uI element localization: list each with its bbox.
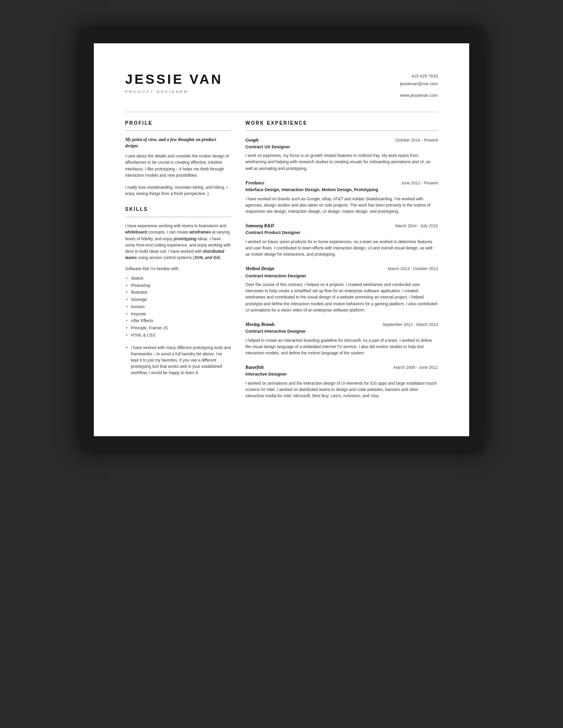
right-column: WORK EXPERIENCE Google October 2016 - Pr… [245, 119, 438, 407]
job-description: I have worked on brands such as Google, … [245, 196, 438, 215]
company-name: Google [245, 137, 259, 143]
job-moving-brands: Moving Brands September 2012 - March 201… [245, 321, 438, 356]
job-title: Contract Interactive Designer [245, 328, 438, 335]
skills-section-title: SKILLS [125, 206, 231, 213]
job-method: Method Design March 2013 - October 2013 … [245, 265, 438, 313]
job-dates: October 2016 - Present [396, 137, 438, 143]
profile-para-2: I really love snowboarding, mountain bik… [125, 184, 231, 197]
job-title: Interactive Designer [245, 371, 438, 378]
job-description: I helped to create an interactive brandi… [245, 338, 438, 357]
job-google: Google October 2016 - Present Contract U… [245, 137, 438, 172]
resume-document: JESSIE VAN PRODUCT DESIGNER 415 425 7633… [94, 43, 469, 436]
software-item: Sketch [125, 275, 231, 282]
company-name: Freelance [245, 180, 265, 186]
work-divider [245, 130, 438, 131]
skills-intro: I have experience working with teams to … [125, 223, 231, 261]
job-samsung: Samsung R&D March 2014 - July 2015 Contr… [245, 222, 438, 258]
extra-note: I have worked with many different protot… [125, 345, 231, 377]
software-item: InDesign [125, 296, 231, 303]
header-divider [125, 112, 438, 112]
job-title: Contract Interaction Designer [245, 273, 438, 280]
main-content: PROFILE My point of view, and a few thou… [125, 119, 438, 407]
software-item: Keynote [125, 311, 231, 318]
candidate-title: PRODUCT DESIGNER [125, 89, 223, 95]
software-list: Sketch Photoshop Illustrator InDesign In… [125, 275, 231, 339]
job-header: Google October 2016 - Present [245, 137, 438, 143]
job-dates: September 2012 - March 2013 [383, 322, 438, 328]
job-description: I worked on animations and the interacti… [245, 380, 438, 400]
job-title: Contract UX Designer [245, 144, 438, 151]
job-razorfish: Razorfish March 2008 - June 2012 Interac… [245, 364, 438, 399]
profile-divider [125, 130, 231, 131]
company-name: Razorfish [245, 364, 264, 371]
header-contact: 415 425 7633 jessievan@me.com www.jessie… [400, 72, 438, 100]
company-name: Moving Brands [245, 321, 275, 328]
job-description: Over the course of this contract, I help… [245, 282, 438, 313]
resume-header: JESSIE VAN PRODUCT DESIGNER 415 425 7633… [125, 72, 438, 100]
software-label: Software that I'm familiar with: [125, 266, 231, 272]
job-freelance: Freelance June 2012 - Present Interface … [245, 180, 438, 215]
job-title: Contract Product Designer [245, 230, 438, 236]
software-item: Photoshop [125, 282, 231, 289]
software-item: HTML & CSS [125, 332, 231, 339]
page-wrapper: JESSIE VAN PRODUCT DESIGNER 415 425 7633… [79, 29, 484, 451]
website-url: www.jessievan.com [400, 91, 438, 99]
job-dates: March 2013 - October 2013 [388, 266, 438, 272]
job-dates: March 2014 - July 2015 [395, 223, 438, 229]
profile-para-1: I care about the details and consider th… [125, 153, 231, 179]
job-header: Razorfish March 2008 - June 2012 [245, 364, 438, 371]
software-item: Principle, Framer JS [125, 325, 231, 332]
job-header: Method Design March 2013 - October 2013 [245, 265, 438, 272]
job-description: I worked on future vision products for i… [245, 239, 438, 258]
profile-section-title: PROFILE [125, 119, 231, 127]
left-column: PROFILE My point of view, and a few thou… [125, 119, 231, 407]
company-name: Samsung R&D [245, 222, 274, 229]
job-dates: June 2012 - Present [401, 180, 438, 186]
profile-tagline: My point of view, and a few thoughts on … [125, 137, 231, 150]
job-description: I work on payments, my focus is on growt… [245, 153, 438, 172]
software-item: Invision [125, 303, 231, 311]
software-item: Illustrator [125, 289, 231, 296]
work-section-title: WORK EXPERIENCE [245, 119, 438, 127]
job-title: Interface Design, Interaction Design, Mo… [245, 187, 438, 194]
header-left: JESSIE VAN PRODUCT DESIGNER [125, 72, 223, 95]
email-address: jessievan@me.com [400, 80, 438, 88]
candidate-name: JESSIE VAN [125, 72, 223, 87]
job-header: Samsung R&D March 2014 - July 2015 [245, 222, 438, 229]
job-header: Freelance June 2012 - Present [245, 180, 438, 186]
phone-number: 415 425 7633 [400, 72, 438, 80]
software-item: After Effects [125, 317, 231, 325]
skills-divider [125, 217, 231, 217]
job-dates: March 2008 - June 2012 [394, 364, 438, 371]
job-header: Moving Brands September 2012 - March 201… [245, 321, 438, 328]
company-name: Method Design [245, 265, 274, 272]
